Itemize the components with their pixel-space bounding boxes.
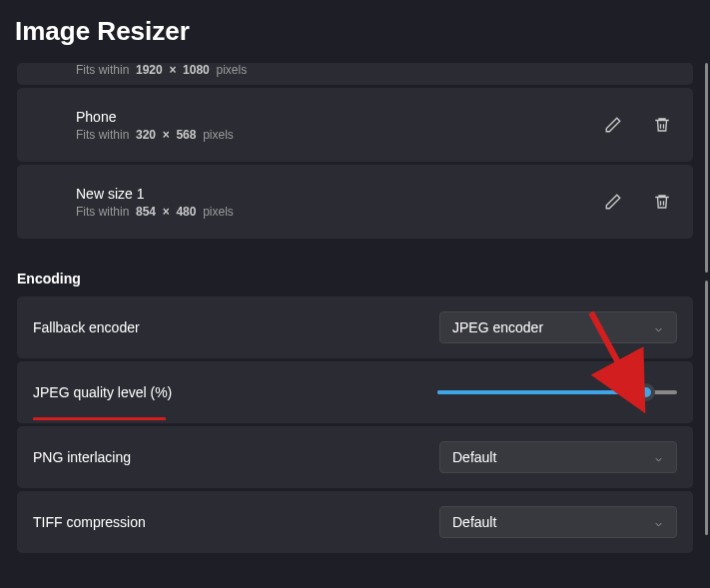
png-interlacing-label: PNG interlacing xyxy=(33,449,439,465)
encoding-section-header: Encoding xyxy=(17,271,693,287)
edit-icon[interactable] xyxy=(604,116,622,134)
page-header: Image Resizer xyxy=(0,0,710,63)
scrollbar[interactable] xyxy=(705,281,708,535)
jpeg-quality-row: JPEG quality level (%) xyxy=(17,361,693,423)
preset-desc: Fits within 1920 × 1080 pixels xyxy=(76,63,677,77)
page-title: Image Resizer xyxy=(15,16,695,47)
trash-icon[interactable] xyxy=(653,193,671,211)
content-area: Fits within 1920 × 1080 pixels Phone Fit… xyxy=(0,63,710,587)
preset-desc: Fits within 320 × 568 pixels xyxy=(76,128,604,142)
fallback-encoder-row: Fallback encoder JPEG encoder xyxy=(17,296,693,358)
dropdown-value: Default xyxy=(452,514,496,530)
png-interlacing-dropdown[interactable]: Default xyxy=(439,441,677,473)
trash-icon[interactable] xyxy=(653,116,671,134)
tiff-compression-label: TIFF compression xyxy=(33,514,439,530)
dropdown-value: JPEG encoder xyxy=(452,319,543,335)
preset-row-newsize1[interactable]: New size 1 Fits within 854 × 480 pixels xyxy=(17,165,693,239)
preset-name: New size 1 xyxy=(76,186,604,202)
preset-row-partial: Fits within 1920 × 1080 pixels xyxy=(17,63,693,85)
chevron-down-icon xyxy=(653,322,664,333)
tiff-compression-row: TIFF compression Default xyxy=(17,491,693,553)
slider-thumb[interactable] xyxy=(637,383,655,401)
edit-icon[interactable] xyxy=(604,193,622,211)
fallback-encoder-dropdown[interactable]: JPEG encoder xyxy=(439,311,677,343)
chevron-down-icon xyxy=(653,517,664,528)
preset-name: Phone xyxy=(76,109,604,125)
scrollbar[interactable] xyxy=(705,63,708,273)
chevron-down-icon xyxy=(653,452,664,463)
preset-row-phone[interactable]: Phone Fits within 320 × 568 pixels xyxy=(17,88,693,162)
slider-fill xyxy=(437,390,646,394)
jpeg-quality-label: JPEG quality level (%) xyxy=(33,384,437,400)
annotation-underline xyxy=(33,417,166,420)
dropdown-value: Default xyxy=(452,449,496,465)
tiff-compression-dropdown[interactable]: Default xyxy=(439,506,677,538)
png-interlacing-row: PNG interlacing Default xyxy=(17,426,693,488)
preset-desc: Fits within 854 × 480 pixels xyxy=(76,205,604,219)
jpeg-quality-slider[interactable] xyxy=(437,390,677,394)
fallback-encoder-label: Fallback encoder xyxy=(33,319,439,335)
